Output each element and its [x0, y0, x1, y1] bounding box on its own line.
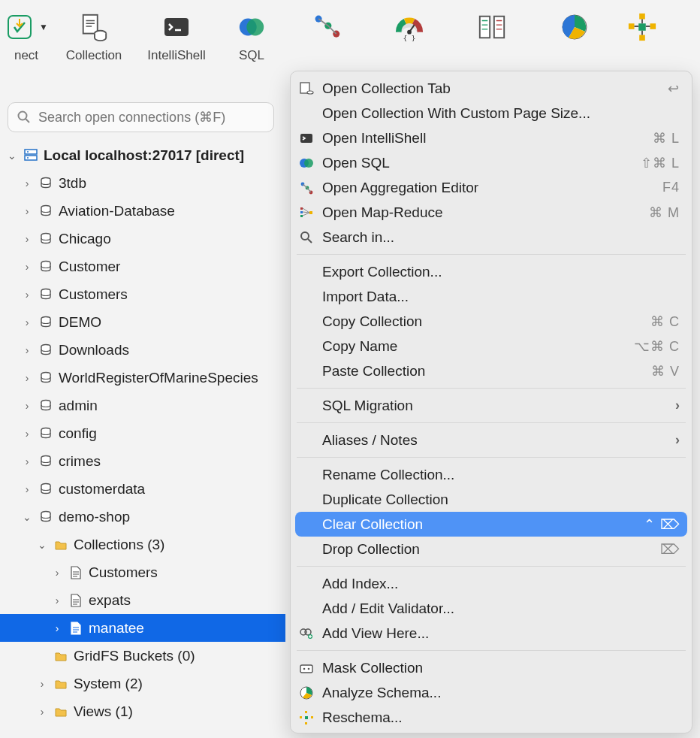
ctx-import-data[interactable]: Import Data...: [291, 284, 692, 309]
shortcut: ⇧⌘ L: [641, 155, 680, 171]
ctx-copy-name[interactable]: Copy Name⌥⌘ C: [291, 334, 692, 358]
tree-db[interactable]: ›3tdb: [0, 169, 285, 197]
ctx-drop-collection[interactable]: Drop Collection⌦: [291, 537, 692, 561]
chevron-down-icon[interactable]: ⌄: [21, 511, 33, 523]
toolbar-collection[interactable]: Collection: [53, 5, 135, 63]
tree-db[interactable]: ›customerdata: [0, 475, 285, 503]
chevron-right-icon[interactable]: ›: [36, 706, 48, 718]
svg-rect-53: [300, 665, 312, 673]
search-input[interactable]: [38, 110, 266, 126]
tree-db[interactable]: ›Customers: [0, 280, 285, 308]
chevron-right-icon[interactable]: ›: [36, 678, 48, 690]
ctx-analyze-schema[interactable]: Analyze Schema...: [291, 680, 692, 705]
toolbar-aggregate[interactable]: A: [285, 5, 368, 63]
tree-db-label: Aviation-Database: [59, 203, 175, 219]
ctx-duplicate-collection[interactable]: Duplicate Collection: [291, 487, 692, 512]
tree-folder-label: Views (1): [74, 703, 133, 720]
ctx-paste-collection[interactable]: Paste Collection⌘ V: [291, 358, 692, 383]
tree-db[interactable]: ›crimes: [0, 447, 285, 475]
ctx-open-mapreduce[interactable]: Open Map-Reduce ⌘ M: [291, 200, 692, 225]
ctx-open-sql[interactable]: Open SQL ⇧⌘ L: [291, 150, 692, 175]
ctx-label: Copy Name: [322, 338, 626, 355]
ctx-rename-collection[interactable]: Rename Collection...: [291, 462, 692, 487]
separator: [297, 422, 686, 423]
database-icon: [38, 342, 54, 358]
tree-db[interactable]: ›Chicago: [0, 225, 285, 253]
chevron-right-icon[interactable]: ›: [21, 400, 33, 412]
ctx-open-intellishell[interactable]: Open IntelliShell ⌘ L: [291, 126, 692, 150]
tree-connection[interactable]: ⌄ Local localhost:27017 [direct]: [0, 141, 285, 169]
tree-collection-selected[interactable]: ›manatee: [0, 614, 285, 642]
tree-collection-label: expats: [89, 592, 131, 609]
tree-db[interactable]: ›Customer: [0, 253, 285, 280]
chevron-right-icon[interactable]: ›: [21, 261, 33, 273]
chevron-right-icon[interactable]: ›: [21, 428, 33, 440]
tree-db-label: demo-shop: [59, 509, 130, 525]
ctx-clear-collection[interactable]: Clear Collection⌃ ⌦: [295, 512, 687, 537]
chevron-right-icon[interactable]: ›: [51, 622, 63, 634]
chevron-right-icon[interactable]: ›: [21, 177, 33, 189]
toolbar-profiler[interactable]: { }: [368, 5, 451, 42]
toolbar-intellishell[interactable]: IntelliShell: [135, 5, 218, 63]
ctx-search-in[interactable]: Search in...: [291, 225, 692, 250]
tree-system-folder[interactable]: ›System (2): [0, 670, 285, 697]
chevron-right-icon[interactable]: ›: [21, 372, 33, 384]
tree-db[interactable]: ›admin: [0, 392, 285, 419]
chevron-right-icon[interactable]: ›: [51, 594, 63, 606]
tree-db[interactable]: ›Downloads: [0, 336, 285, 364]
chevron-down-icon[interactable]: ⌄: [36, 539, 48, 551]
tree-db-demo-shop[interactable]: ⌄demo-shop: [0, 503, 285, 531]
toolbar-compare[interactable]: [451, 5, 533, 42]
database-icon: [38, 231, 54, 247]
tree-gridfs-folder[interactable]: ›GridFS Buckets (0): [0, 642, 285, 670]
tree-collections-folder[interactable]: ⌄Collections (3): [0, 531, 285, 558]
database-icon: [38, 509, 54, 525]
chevron-right-icon[interactable]: ›: [21, 344, 33, 356]
chevron-down-icon[interactable]: ⌄: [6, 150, 18, 162]
tree-views-folder[interactable]: ›Views (1): [0, 697, 285, 725]
ctx-reschema[interactable]: Reschema...: [291, 705, 692, 730]
ctx-aliases-notes[interactable]: Aliases / Notes›: [291, 428, 692, 452]
ctx-export-collection[interactable]: Export Collection...: [291, 259, 692, 284]
chevron-right-icon[interactable]: ›: [21, 483, 33, 495]
svg-rect-17: [639, 14, 645, 20]
tree-db[interactable]: ›WorldRegisterOfMarineSpecies: [0, 364, 285, 392]
tree-db[interactable]: ›Aviation-Database: [0, 197, 285, 225]
search-connections[interactable]: [8, 102, 274, 132]
ctx-copy-collection[interactable]: Copy Collection⌘ C: [291, 309, 692, 334]
ctx-mask-collection[interactable]: Mask Collection: [291, 655, 692, 680]
chevron-right-icon[interactable]: ›: [21, 205, 33, 217]
ctx-add-view[interactable]: Add View Here...: [291, 621, 692, 646]
tree-collection[interactable]: ›Customers: [0, 558, 285, 586]
toolbar-schema[interactable]: [533, 5, 616, 42]
separator: [297, 457, 686, 458]
ctx-label: Paste Collection: [322, 363, 644, 380]
separator: [297, 650, 686, 651]
svg-rect-21: [25, 156, 37, 160]
toolbar-sql[interactable]: SQL: [218, 5, 285, 63]
chevron-right-icon[interactable]: ›: [21, 455, 33, 467]
ctx-add-validator[interactable]: Add / Edit Validator...: [291, 596, 692, 621]
tree-collection[interactable]: ›expats: [0, 586, 285, 614]
chevron-right-icon[interactable]: ›: [21, 289, 33, 301]
chevron-right-icon[interactable]: ›: [21, 233, 33, 245]
tree-db-label: Customer: [59, 259, 120, 275]
tree-db[interactable]: ›config: [0, 419, 285, 447]
chevron-right-icon[interactable]: ›: [21, 316, 33, 328]
dropdown-caret-icon[interactable]: ▼: [39, 22, 48, 32]
tree-db[interactable]: ›DEMO: [0, 308, 285, 336]
ctx-sql-migration[interactable]: SQL Migration›: [291, 393, 692, 418]
mask-icon: [298, 660, 315, 676]
ctx-open-collection-tab[interactable]: Open Collection Tab ↩: [291, 76, 692, 101]
ctx-label: Copy Collection: [322, 313, 643, 330]
ctx-open-custom-page[interactable]: Open Collection With Custom Page Size...: [291, 101, 692, 126]
toolbar-connect[interactable]: ▼ nect: [0, 5, 53, 63]
svg-text:{ }: { }: [403, 34, 415, 42]
chevron-right-icon[interactable]: ›: [51, 567, 63, 579]
svg-rect-20: [25, 150, 37, 154]
ctx-add-index[interactable]: Add Index...: [291, 571, 692, 596]
toolbar-reschema[interactable]: [616, 5, 668, 42]
tree-folder-label: GridFS Buckets (0): [74, 648, 195, 664]
svg-point-22: [27, 151, 29, 153]
ctx-open-aggregation[interactable]: Open Aggregation Editor F4: [291, 175, 692, 200]
